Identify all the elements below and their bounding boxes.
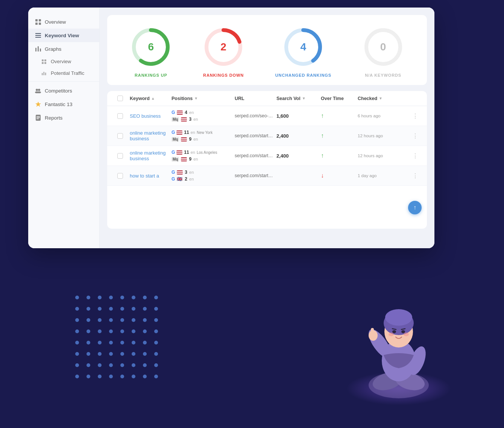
row3-keyword[interactable]: online marketing business xyxy=(130,150,169,161)
stat-label-down: RANKINGS DOWN xyxy=(203,73,244,77)
select-all-checkbox[interactable] xyxy=(117,96,123,101)
sidebar-item-graphs[interactable]: Graphs xyxy=(28,42,99,56)
row2-flag1 xyxy=(176,131,182,135)
row1-checkbox-cell xyxy=(113,113,127,119)
col-keyword[interactable]: Keyword ▲ xyxy=(130,96,169,101)
svg-rect-8 xyxy=(38,46,39,52)
row2-engine1: G xyxy=(172,130,175,135)
sidebar-label-overview: Overview xyxy=(45,19,66,25)
sidebar-item-overview[interactable]: Overview xyxy=(28,15,99,29)
row4-flag1 xyxy=(177,170,183,175)
sidebar-item-sub-overview[interactable]: Overview xyxy=(28,56,99,67)
row2-menu[interactable]: ⋮ xyxy=(410,132,421,140)
row3-checkbox[interactable] xyxy=(117,153,123,159)
svg-line-46 xyxy=(401,329,405,329)
row3-menu[interactable]: ⋮ xyxy=(410,152,421,159)
sidebar-item-competitors[interactable]: Competitors xyxy=(28,84,99,97)
svg-point-35 xyxy=(393,369,427,393)
sidebar-label-sub-overview: Overview xyxy=(51,59,71,64)
sidebar-item-fantastic13[interactable]: Fantastic 13 xyxy=(28,97,99,111)
row4-url: serped.com/start-digital-... xyxy=(235,173,273,178)
row4-checkbox[interactable] xyxy=(117,173,123,179)
row3-trend: ↑ xyxy=(321,152,355,159)
svg-rect-14 xyxy=(42,73,43,75)
row1-menu[interactable]: ⋮ xyxy=(410,112,421,120)
sidebar-item-reports[interactable]: Reports xyxy=(28,111,99,124)
svg-rect-2 xyxy=(35,23,38,25)
stat-value-na: 0 xyxy=(380,41,386,53)
svg-rect-11 xyxy=(44,59,46,61)
sidebar-item-keyword-view[interactable]: Keyword View xyxy=(28,29,99,42)
sidebar-label-competitors: Competitors xyxy=(45,88,72,94)
col-positions-label: Positions xyxy=(172,96,193,101)
checked-sort-icon: ▼ xyxy=(379,96,383,100)
stat-label-unchanged: UNCHANGED RANKINGS xyxy=(275,73,331,77)
stat-value-up: 6 xyxy=(148,41,154,53)
list-icon xyxy=(35,32,41,38)
stat-value-unchanged: 4 xyxy=(301,41,307,53)
row2-loc1: New York xyxy=(197,131,213,135)
svg-point-38 xyxy=(406,344,429,377)
row4-positions: G 3 en G 🇬🇧 2 en xyxy=(172,170,232,182)
row2-pos1: 11 xyxy=(184,130,189,135)
grid-small-icon xyxy=(42,59,47,64)
svg-point-49 xyxy=(369,330,378,341)
col-over-time-label: Over Time xyxy=(321,96,344,101)
col-positions[interactable]: Positions ▼ xyxy=(172,96,232,101)
table-row[interactable]: how to start a G 3 en G 🇬🇧 2 en xyxy=(107,166,427,186)
row3-loc1: Los Angeles xyxy=(197,150,217,155)
row4-flag2: 🇬🇧 xyxy=(177,177,183,181)
scroll-top-button[interactable]: ↑ xyxy=(408,201,422,214)
row2-checkbox-cell xyxy=(113,133,127,139)
svg-point-17 xyxy=(36,89,38,91)
col-url-label: URL xyxy=(235,96,244,101)
keyword-sort-icon: ▲ xyxy=(151,96,155,100)
row4-trend: ↓ xyxy=(321,172,355,179)
sidebar-label-reports: Reports xyxy=(45,115,62,121)
sidebar-item-traffic[interactable]: Potential Traffic xyxy=(28,67,99,79)
sidebar-label-graphs: Graphs xyxy=(45,46,61,52)
stat-label-up: RANKINGS UP xyxy=(135,73,167,77)
row4-engine2: G xyxy=(172,176,175,182)
row1-keyword[interactable]: SEO business xyxy=(130,113,169,119)
svg-rect-10 xyxy=(42,59,44,61)
positions-sort-icon: ▼ xyxy=(194,96,198,100)
sidebar: Overview Keyword View Graphs xyxy=(28,8,100,248)
row1-checked: 6 hours ago xyxy=(358,114,407,118)
svg-marker-21 xyxy=(35,102,41,107)
table-row[interactable]: SEO business G 4 en Mq 3 en serp xyxy=(107,106,427,126)
table-row[interactable]: online marketing business G 11 en Los An… xyxy=(107,146,427,166)
svg-point-47 xyxy=(389,332,394,336)
table-header: Keyword ▲ Positions ▼ URL Search Vol ▼ O… xyxy=(107,91,427,106)
bar-chart-icon xyxy=(42,71,47,76)
svg-rect-16 xyxy=(45,73,46,75)
search-vol-sort-icon: ▼ xyxy=(302,96,306,100)
row3-engine1: G xyxy=(172,150,175,155)
row1-pos2: 3 xyxy=(189,117,191,122)
svg-rect-13 xyxy=(44,62,46,64)
row3-lang2: en xyxy=(193,157,198,161)
stat-label-na: N/A KEYWORDS xyxy=(365,73,401,77)
row2-pos2: 9 xyxy=(189,137,191,142)
row1-checkbox[interactable] xyxy=(117,113,123,119)
row4-lang1: en xyxy=(189,170,194,175)
svg-point-42 xyxy=(385,309,412,326)
people-icon xyxy=(35,88,41,94)
donut-na: 0 xyxy=(363,26,404,68)
table-row[interactable]: online marketing business G 11 en New Yo… xyxy=(107,126,427,146)
svg-rect-9 xyxy=(40,49,41,52)
row4-engine1: G xyxy=(172,170,175,175)
row1-url: serped.com/seo-business-... xyxy=(235,113,273,118)
col-search-vol[interactable]: Search Vol ▼ xyxy=(276,96,318,101)
row4-keyword[interactable]: how to start a xyxy=(130,173,169,179)
row2-search-vol: 2,400 xyxy=(276,133,318,139)
svg-rect-7 xyxy=(35,48,36,52)
keyword-table: Keyword ▲ Positions ▼ URL Search Vol ▼ O… xyxy=(107,91,427,229)
col-checked-label: Checked xyxy=(358,96,377,101)
row1-pos1: 4 xyxy=(185,110,187,115)
row2-keyword[interactable]: online marketing business xyxy=(130,130,169,141)
row2-checkbox[interactable] xyxy=(117,133,123,139)
row4-menu[interactable]: ⋮ xyxy=(410,172,421,179)
col-checked[interactable]: Checked ▼ xyxy=(358,96,407,101)
row3-flag2 xyxy=(181,157,187,161)
